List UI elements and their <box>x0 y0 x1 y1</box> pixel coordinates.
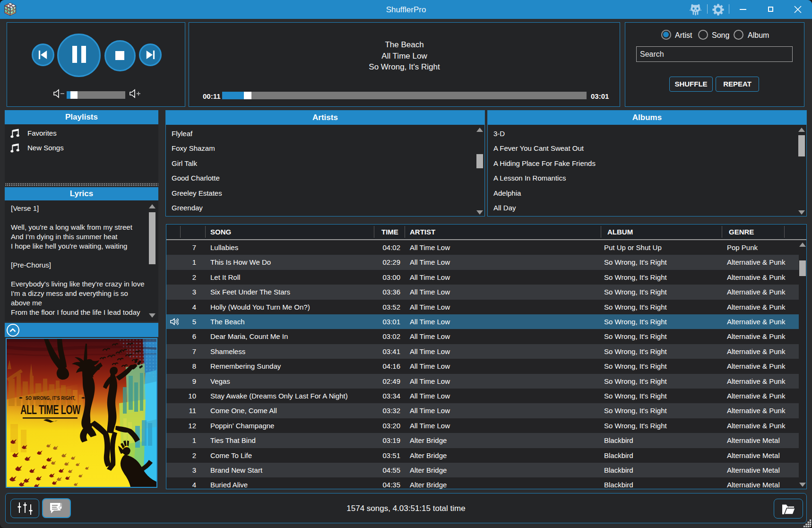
svg-text:SO WRONG, IT'S RIGHT,: SO WRONG, IT'S RIGHT, <box>26 395 76 401</box>
svg-text:ALL TIME LOW: ALL TIME LOW <box>20 402 81 416</box>
